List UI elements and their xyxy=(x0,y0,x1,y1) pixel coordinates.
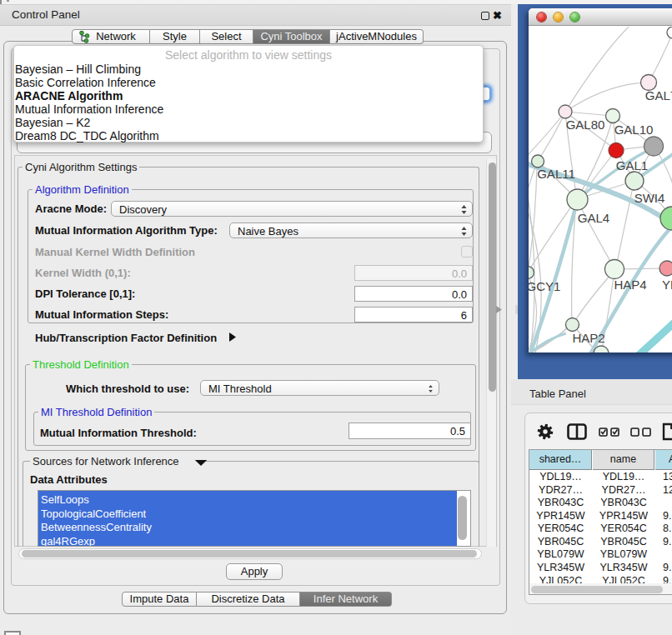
svg-text:HAP4: HAP4 xyxy=(614,278,646,292)
svg-text:YE: YE xyxy=(662,278,672,292)
svg-text:GAL10: GAL10 xyxy=(614,122,654,137)
svg-text:SWI4: SWI4 xyxy=(634,191,665,205)
svg-text:GAL4: GAL4 xyxy=(578,211,609,225)
svg-text:GCY1: GCY1 xyxy=(529,279,560,293)
svg-text:GAL7: GAL7 xyxy=(645,88,672,102)
svg-text:GAL1: GAL1 xyxy=(616,158,648,172)
svg-text:HAP2: HAP2 xyxy=(572,331,604,345)
svg-text:GAL11: GAL11 xyxy=(537,167,575,181)
svg-text:GAL80: GAL80 xyxy=(566,118,605,132)
